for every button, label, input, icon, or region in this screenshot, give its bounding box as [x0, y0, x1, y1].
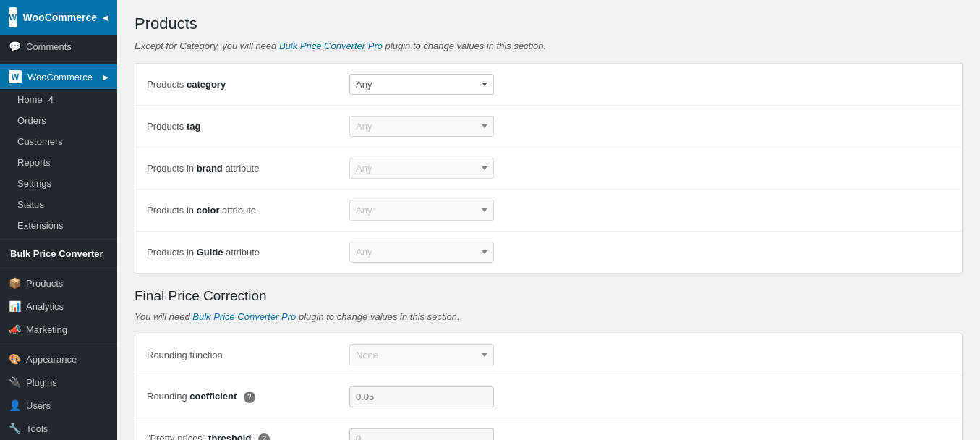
color-label: Products in color attribute — [147, 205, 349, 216]
sidebar: W WooCommerce ◀ 💬 Comments W WooCommerce… — [0, 0, 117, 440]
brand-row: Products in brand attribute Any — [135, 148, 962, 190]
sidebar-item-users[interactable]: 👤 Users — [0, 394, 117, 417]
marketing-icon: 📣 — [9, 323, 20, 335]
sidebar-item-label: Customers — [17, 136, 63, 147]
main-content: Products Except for Category, you will n… — [117, 0, 980, 440]
sidebar-item-label: Extensions — [17, 220, 64, 231]
rounding-coefficient-label: Rounding coefficient ? — [147, 391, 349, 403]
rounding-coefficient-input[interactable] — [349, 386, 494, 407]
pretty-prices-row: "Pretty prices" threshold ? — [135, 418, 962, 440]
products-filter-card: Products category Any Products tag Any P… — [135, 63, 963, 274]
sidebar-item-label: Reports — [17, 157, 51, 168]
sidebar-item-plugins[interactable]: 🔌 Plugins — [0, 371, 117, 394]
guide-row: Products in Guide attribute Any — [135, 232, 962, 273]
color-row: Products in color attribute Any — [135, 190, 962, 232]
rounding-function-control: None — [349, 344, 950, 365]
sidebar-item-appearance[interactable]: 🎨 Appearance — [0, 347, 117, 371]
pretty-prices-label: "Pretty prices" threshold ? — [147, 433, 349, 440]
rounding-coefficient-control — [349, 386, 950, 407]
sidebar-item-label: Status — [17, 199, 44, 210]
color-control: Any — [349, 200, 950, 221]
brand-label: Products in brand attribute — [147, 163, 349, 174]
guide-control: Any — [349, 242, 950, 263]
analytics-icon: 📊 — [9, 300, 20, 312]
sidebar-item-products[interactable]: 📦 Products — [0, 271, 117, 295]
sidebar-item-label: Marketing — [26, 324, 67, 335]
sidebar-item-label: Home — [17, 94, 43, 105]
sidebar-divider — [0, 61, 117, 62]
plugins-icon: 🔌 — [9, 376, 20, 388]
sidebar-divider3 — [0, 268, 117, 268]
comments-icon: 💬 — [9, 41, 20, 52]
category-label: Products category — [147, 79, 349, 90]
sidebar-item-label: Plugins — [26, 377, 57, 388]
sidebar-item-label: Tools — [26, 423, 48, 434]
final-price-card: Rounding function None Rounding coeffici… — [135, 334, 963, 440]
woocommerce-logo-text: WooCommerce — [23, 12, 97, 23]
appearance-icon: 🎨 — [9, 353, 20, 365]
sidebar-divider4 — [0, 344, 117, 344]
rounding-coefficient-row: Rounding coefficient ? — [135, 376, 962, 418]
category-control: Any — [349, 74, 950, 95]
tag-label: Products tag — [147, 121, 349, 132]
tag-select[interactable]: Any — [349, 116, 494, 137]
woocommerce-logo[interactable]: W WooCommerce ◀ — [0, 0, 117, 35]
sidebar-item-reports[interactable]: Reports — [0, 152, 117, 173]
sidebar-item-comments[interactable]: 💬 Comments — [0, 35, 117, 58]
bulk-price-converter-pro-link2[interactable]: Bulk Price Converter Pro — [192, 311, 296, 322]
pretty-prices-input[interactable] — [349, 428, 494, 440]
tools-icon: 🔧 — [9, 423, 20, 434]
bulk-price-converter-pro-link[interactable]: Bulk Price Converter Pro — [279, 41, 383, 51]
rounding-coefficient-help-icon[interactable]: ? — [244, 392, 255, 403]
woocommerce-logo-icon: W — [9, 7, 17, 28]
sidebar-item-orders[interactable]: Orders — [0, 110, 117, 131]
users-icon: 👤 — [9, 399, 20, 411]
products-notice: Except for Category, you will need Bulk … — [135, 41, 963, 51]
woocommerce-nav-icon: W — [9, 70, 22, 83]
final-price-notice: You will need Bulk Price Converter Pro p… — [135, 311, 963, 322]
sidebar-item-label: Users — [26, 400, 51, 411]
category-row: Products category Any — [135, 64, 962, 106]
page-title: Products — [135, 14, 963, 33]
sidebar-arrow-icon: ▶ — [103, 73, 108, 81]
final-price-title: Final Price Correction — [135, 288, 963, 304]
sidebar-item-label: Orders — [17, 115, 46, 126]
sidebar-divider2 — [0, 239, 117, 240]
sidebar-item-label: Bulk Price Converter — [10, 248, 103, 259]
tag-row: Products tag Any — [135, 106, 962, 148]
sidebar-collapse-icon: ◀ — [103, 14, 108, 22]
sidebar-item-marketing[interactable]: 📣 Marketing — [0, 318, 117, 341]
rounding-function-row: Rounding function None — [135, 334, 962, 376]
home-badge: 4 — [48, 94, 54, 105]
sidebar-item-label: Analytics — [26, 301, 64, 312]
sidebar-item-label: Settings — [17, 178, 51, 189]
tag-control: Any — [349, 116, 950, 137]
sidebar-item-settings[interactable]: Settings — [0, 173, 117, 194]
sidebar-item-home[interactable]: Home 4 — [0, 89, 117, 110]
sidebar-item-tools[interactable]: 🔧 Tools — [0, 417, 117, 440]
sidebar-item-label: Products — [26, 278, 63, 289]
pretty-prices-help-icon[interactable]: ? — [258, 433, 270, 440]
sidebar-item-label: WooCommerce — [27, 72, 93, 82]
sidebar-item-label: Appearance — [26, 354, 77, 365]
guide-label: Products in Guide attribute — [147, 247, 349, 258]
color-select[interactable]: Any — [349, 200, 494, 221]
sidebar-item-label: Comments — [26, 41, 72, 52]
rounding-function-select[interactable]: None — [349, 344, 494, 365]
sidebar-item-bulk-price-converter[interactable]: Bulk Price Converter — [0, 242, 117, 265]
sidebar-item-customers[interactable]: Customers — [0, 131, 117, 152]
rounding-function-label: Rounding function — [147, 350, 349, 360]
category-select[interactable]: Any — [349, 74, 494, 95]
brand-control: Any — [349, 158, 950, 179]
sidebar-item-analytics[interactable]: 📊 Analytics — [0, 295, 117, 318]
sidebar-item-extensions[interactable]: Extensions — [0, 215, 117, 236]
products-icon: 📦 — [9, 277, 20, 289]
sidebar-item-status[interactable]: Status — [0, 194, 117, 215]
brand-select[interactable]: Any — [349, 158, 494, 179]
pretty-prices-control — [349, 428, 950, 440]
guide-select[interactable]: Any — [349, 242, 494, 263]
sidebar-item-woocommerce[interactable]: W WooCommerce ▶ — [0, 64, 117, 89]
